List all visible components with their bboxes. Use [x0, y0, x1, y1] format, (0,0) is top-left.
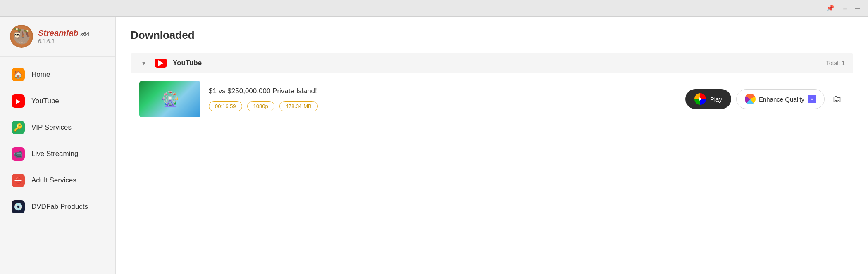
- youtube-icon: ▶: [12, 94, 25, 108]
- size-badge: 478.34 MB: [279, 101, 318, 111]
- collapse-button[interactable]: ▼: [139, 58, 149, 68]
- duration-badge: 00:16:59: [209, 101, 242, 111]
- play-icon: [694, 93, 706, 105]
- minimize-button[interactable]: ─: [854, 3, 861, 14]
- sidebar-item-home-label: Home: [31, 71, 50, 79]
- sidebar-item-streaming[interactable]: 📹 Live Streaming: [0, 141, 115, 167]
- video-thumbnail: 🎡: [139, 81, 200, 117]
- sidebar-item-vip[interactable]: 🔑 VIP Services: [0, 114, 115, 141]
- video-meta: 00:16:59 1080p 478.34 MB: [209, 101, 677, 111]
- sidebar-item-vip-label: VIP Services: [31, 123, 72, 132]
- app-arch: x64: [80, 31, 89, 37]
- sidebar-item-youtube[interactable]: ▶ YouTube: [0, 88, 115, 114]
- enhance-quality-button[interactable]: Enhance Quality ▾: [736, 89, 825, 109]
- app-logo: [10, 25, 33, 48]
- home-icon: 🏠: [12, 68, 25, 81]
- total-badge: Total: 1: [826, 60, 845, 66]
- app-title-line: Streamfab x64: [38, 28, 89, 38]
- section-title: YouTube: [173, 59, 820, 67]
- resolution-badge: 1080p: [247, 101, 274, 111]
- app-layout: Streamfab x64 6.1.6.3 🏠 Home ▶ YouTube 🔑…: [0, 17, 868, 274]
- adult-icon: 🚫: [12, 174, 25, 187]
- enhance-icon: [745, 94, 756, 104]
- section-header: ▼ YouTube Total: 1: [131, 53, 853, 73]
- sidebar-header: Streamfab x64 6.1.6.3: [0, 17, 115, 57]
- sidebar-item-dvdfab-label: DVDFab Products: [31, 203, 88, 211]
- sidebar-item-adult-label: Adult Services: [31, 176, 76, 184]
- youtube-section-icon: [155, 59, 167, 68]
- sidebar: Streamfab x64 6.1.6.3 🏠 Home ▶ YouTube 🔑…: [0, 17, 116, 274]
- video-info: $1 vs $250,000,000 Private Island! 00:16…: [209, 87, 677, 111]
- enhance-label: Enhance Quality: [759, 96, 804, 103]
- video-actions: Play Enhance Quality ▾ 🗂: [685, 89, 844, 109]
- video-title: $1 vs $250,000,000 Private Island!: [209, 87, 677, 95]
- table-row: 🎡 $1 vs $250,000,000 Private Island! 00:…: [131, 73, 853, 125]
- sidebar-item-youtube-label: YouTube: [31, 97, 59, 105]
- pin-button[interactable]: 📌: [825, 2, 836, 14]
- sidebar-item-adult[interactable]: 🚫 Adult Services: [0, 167, 115, 194]
- sidebar-item-home[interactable]: 🏠 Home: [0, 61, 115, 88]
- thumbnail-emoji: 🎡: [161, 90, 179, 108]
- streaming-icon: 📹: [12, 147, 25, 161]
- page-title: Downloaded: [131, 29, 853, 42]
- app-version: 6.1.6.3: [38, 38, 89, 44]
- app-name-block: Streamfab x64 6.1.6.3: [38, 28, 89, 44]
- menu-button[interactable]: ≡: [841, 3, 848, 14]
- app-title: Streamfab: [38, 28, 79, 38]
- sidebar-item-dvdfab[interactable]: 💿 DVDFab Products: [0, 194, 115, 220]
- play-label: Play: [710, 96, 722, 103]
- folder-button[interactable]: 🗂: [830, 92, 844, 106]
- titlebar: 📌 ≡ ─: [0, 0, 868, 17]
- video-list: 🎡 $1 vs $250,000,000 Private Island! 00:…: [131, 73, 853, 125]
- sidebar-item-streaming-label: Live Streaming: [31, 150, 78, 158]
- enhance-dropdown-arrow[interactable]: ▾: [808, 95, 816, 103]
- youtube-section: ▼ YouTube Total: 1 🎡 $1 vs $250,000,000 …: [131, 53, 853, 125]
- play-button[interactable]: Play: [685, 89, 731, 109]
- main-content: Downloaded ▼ YouTube Total: 1 🎡 $1 vs $2…: [116, 17, 868, 274]
- vip-icon: 🔑: [12, 121, 25, 134]
- dvdfab-icon: 💿: [12, 200, 25, 213]
